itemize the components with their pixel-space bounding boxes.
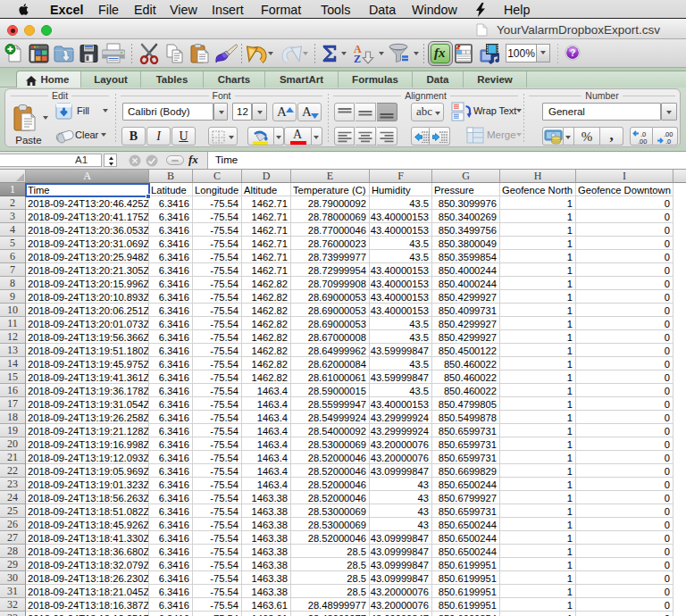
svg-text:Z: Z bbox=[354, 53, 361, 64]
svg-text:.00: .00 bbox=[638, 137, 647, 145]
svg-text:.0: .0 bbox=[665, 137, 671, 145]
svg-text:?: ? bbox=[570, 48, 575, 58]
